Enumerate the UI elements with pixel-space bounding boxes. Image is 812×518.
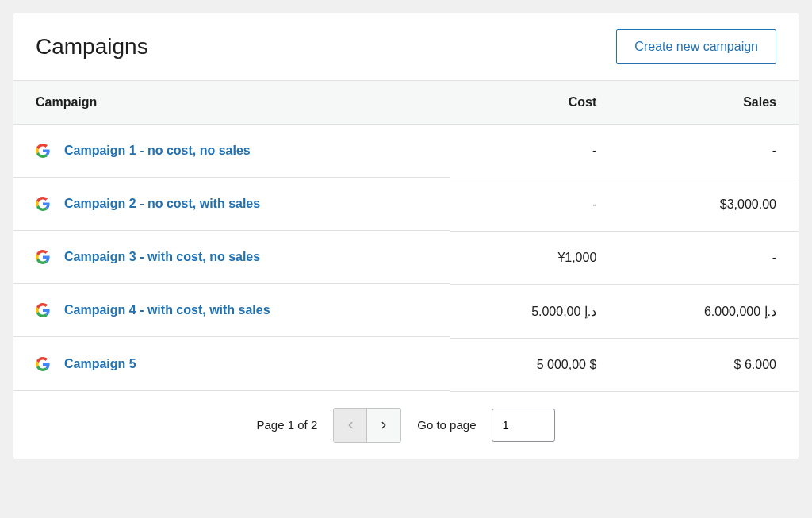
column-campaign: Campaign bbox=[13, 81, 450, 125]
create-campaign-button[interactable]: Create new campaign bbox=[616, 29, 776, 64]
column-sales: Sales bbox=[619, 81, 799, 125]
cost-cell: 5.000,00 د.إ bbox=[450, 284, 619, 338]
google-icon bbox=[36, 303, 50, 317]
google-icon bbox=[36, 197, 50, 211]
campaign-link[interactable]: Campaign 1 - no cost, no sales bbox=[64, 144, 251, 158]
goto-page-label: Go to page bbox=[417, 418, 476, 432]
pager-buttons bbox=[333, 408, 401, 443]
table-row: Campaign 4 - with cost, with sales 5.000… bbox=[13, 284, 799, 338]
google-icon bbox=[36, 250, 50, 264]
sales-cell: $ 6.000 bbox=[619, 338, 799, 391]
next-page-button[interactable] bbox=[367, 409, 400, 442]
campaign-link[interactable]: Campaign 4 - with cost, with sales bbox=[64, 303, 270, 317]
campaign-link[interactable]: Campaign 5 bbox=[64, 357, 136, 371]
cost-cell: - bbox=[450, 125, 619, 178]
cost-cell: - bbox=[450, 178, 619, 231]
pagination: Page 1 of 2 Go to page bbox=[13, 392, 799, 459]
campaigns-card: Campaigns Create new campaign Campaign C… bbox=[13, 13, 799, 459]
page-number-input[interactable] bbox=[492, 409, 555, 442]
column-cost: Cost bbox=[450, 81, 619, 125]
sales-cell: $3,000.00 bbox=[619, 178, 799, 231]
campaigns-table: Campaign Cost Sales Campaign 1 - no cost… bbox=[13, 80, 799, 392]
cost-cell: 5 000,00 $ bbox=[450, 338, 619, 391]
table-row: Campaign 1 - no cost, no sales - - bbox=[13, 125, 799, 178]
card-header: Campaigns Create new campaign bbox=[13, 13, 799, 80]
table-row: Campaign 3 - with cost, no sales ¥1,000 … bbox=[13, 231, 799, 284]
sales-cell: - bbox=[619, 231, 799, 284]
cost-cell: ¥1,000 bbox=[450, 231, 619, 284]
sales-cell: 6.000,000 د.إ bbox=[619, 284, 799, 338]
chevron-right-icon bbox=[378, 420, 389, 431]
campaign-link[interactable]: Campaign 2 - no cost, with sales bbox=[64, 197, 260, 211]
sales-cell: - bbox=[619, 125, 799, 178]
campaign-link[interactable]: Campaign 3 - with cost, no sales bbox=[64, 250, 260, 264]
table-row: Campaign 2 - no cost, with sales - $3,00… bbox=[13, 178, 799, 231]
page-indicator: Page 1 of 2 bbox=[257, 418, 318, 432]
prev-page-button[interactable] bbox=[334, 409, 367, 442]
chevron-left-icon bbox=[345, 420, 356, 431]
google-icon bbox=[36, 144, 50, 158]
table-row: Campaign 5 5 000,00 $ $ 6.000 bbox=[13, 338, 799, 391]
page-title: Campaigns bbox=[36, 34, 148, 59]
google-icon bbox=[36, 357, 50, 371]
